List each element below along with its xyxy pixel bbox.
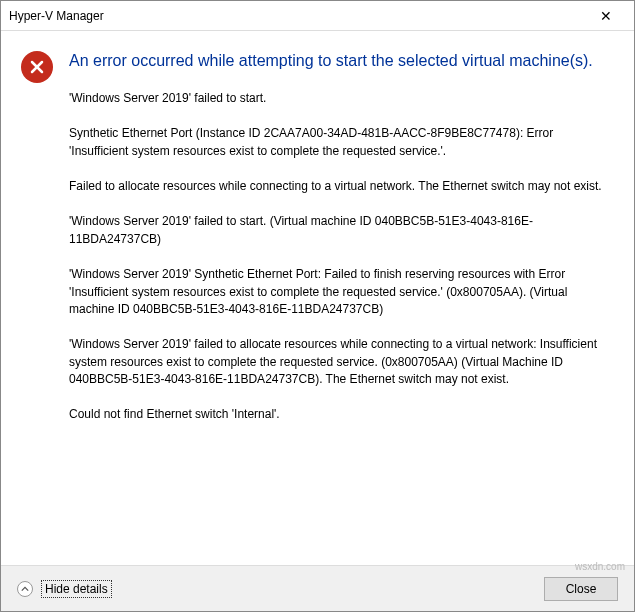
error-paragraph: Could not find Ethernet switch 'Internal… — [69, 406, 614, 423]
titlebar: Hyper-V Manager ✕ — [1, 1, 634, 31]
dialog-footer: Hide details Close — [1, 565, 634, 611]
message-column: An error occurred while attempting to st… — [61, 51, 614, 555]
window-close-button[interactable]: ✕ — [586, 2, 626, 30]
error-paragraph: 'Windows Server 2019' failed to allocate… — [69, 336, 614, 388]
close-icon: ✕ — [600, 8, 612, 24]
window-title: Hyper-V Manager — [9, 9, 586, 23]
error-icon — [21, 51, 53, 83]
hide-details-link[interactable]: Hide details — [41, 580, 112, 598]
error-paragraph: Synthetic Ethernet Port (Instance ID 2CA… — [69, 125, 614, 160]
error-paragraph: 'Windows Server 2019' failed to start. — [69, 90, 614, 107]
chevron-up-icon — [21, 585, 29, 593]
error-paragraph: 'Windows Server 2019' failed to start. (… — [69, 213, 614, 248]
dialog-content: An error occurred while attempting to st… — [1, 31, 634, 565]
error-heading: An error occurred while attempting to st… — [69, 51, 614, 72]
error-paragraph: 'Windows Server 2019' Synthetic Ethernet… — [69, 266, 614, 318]
close-button[interactable]: Close — [544, 577, 618, 601]
toggle-details-button[interactable] — [17, 581, 33, 597]
error-paragraph: Failed to allocate resources while conne… — [69, 178, 614, 195]
icon-column — [21, 51, 61, 555]
